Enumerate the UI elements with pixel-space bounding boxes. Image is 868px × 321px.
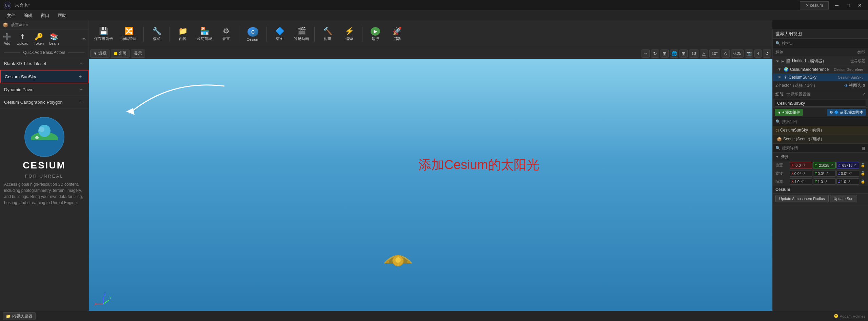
minimize-btn[interactable]: ─ [831, 1, 842, 10]
menu-help[interactable]: 帮助 [54, 11, 71, 20]
rot-y-field[interactable]: Y 0.0° ↺ [813, 170, 836, 177]
pos-z-field[interactable]: Z -63716 ↺ [836, 162, 859, 168]
actor-item-sunsky[interactable]: Cesium SunSky + [0, 70, 88, 83]
compile-btn[interactable]: ⚡ 编译 [339, 26, 359, 43]
perspective-dropdown[interactable]: ▼ 透视 [90, 49, 110, 58]
outliner-search-input[interactable] [782, 41, 865, 46]
scale-y-field[interactable]: Y 1.0 ↺ [813, 178, 836, 185]
outliner-icon-geo: 🌍 [784, 67, 789, 72]
outliner-item-sunsky[interactable]: 👁 ☀ CesiumSunSky CesiumSunSky [773, 74, 868, 81]
comp-instance-item[interactable]: ⬡ CesiumSunSky（实例） [773, 126, 868, 135]
menu-window[interactable]: 窗口 [37, 11, 54, 20]
rotate-icon[interactable]: ↻ [651, 49, 659, 58]
breadcrumb: 📦 放置actor [0, 20, 88, 30]
details-radio-group: 细节 世界场景设置 [775, 92, 811, 97]
learn-btn[interactable]: 📚 Learn [49, 33, 59, 45]
actor-item-polygon[interactable]: Cesium Cartographic Polygon + [0, 96, 88, 108]
statusbar: 📁 内容浏览器 🙂 Addam Holmes [0, 311, 868, 321]
grid-value[interactable]: 10 [689, 49, 698, 58]
breadcrumb-place[interactable]: 放置actor [11, 22, 28, 28]
source-btn[interactable]: 🔀 源码管理 [117, 26, 141, 43]
cesium-tab[interactable]: ✕ cesium [800, 1, 829, 9]
menu-file[interactable]: 文件 [3, 11, 20, 20]
camera-icon[interactable]: 📷 [745, 49, 753, 58]
update-atmosphere-btn[interactable]: Update Atmosphere Radius [775, 195, 829, 202]
settings-btn[interactable]: ⚙ 设置 [216, 26, 236, 43]
add-btn[interactable]: ➕ Add [3, 33, 11, 45]
lighting-btn[interactable]: 光照 [111, 49, 130, 58]
upload-btn[interactable]: ⬆ Upload [17, 33, 28, 45]
blueprint-btn[interactable]: 🔷 蓝图 [270, 26, 290, 43]
mode-btn[interactable]: 🔧 模式 [146, 26, 167, 43]
outliner-item-untitled[interactable]: 👁 ▶ 🎬 Untitled（编辑器） 世界场景 [773, 57, 868, 66]
add-component-btn[interactable]: ▼ + 添加组件 [775, 109, 803, 116]
pos-y-field[interactable]: Y -21025 ↺ [813, 162, 836, 168]
expand-panel-btn[interactable]: » [83, 36, 86, 42]
details-tab[interactable]: 细节 [775, 92, 784, 97]
cesium-details-header: Cesium [773, 186, 868, 194]
eye-icon-untitled[interactable]: 👁 [775, 59, 780, 64]
details-expand-icon[interactable]: ⤢ [862, 92, 865, 97]
lock-rot-icon[interactable]: 🔓 [861, 171, 865, 176]
pos-x-field[interactable]: X -0.0 ↺ [790, 162, 812, 168]
snap-value[interactable]: 4 [754, 49, 762, 58]
transform-icon[interactable]: ↔ [642, 49, 650, 58]
marketplace-btn[interactable]: 🏪 虚幻商城 [194, 26, 215, 43]
content-browser-btn[interactable]: 📁 内容浏览器 [3, 312, 36, 320]
build-btn[interactable]: 🔨 构建 [317, 26, 338, 43]
restore-icon[interactable]: ↺ [763, 49, 771, 58]
outliner-name-sun: CesiumSunSky [789, 75, 831, 80]
svg-point-11 [395, 257, 401, 263]
lock-pos-icon[interactable]: 🔓 [861, 163, 865, 167]
eye-icon-sun[interactable]: 👁 [777, 75, 782, 80]
sun-sky-object [383, 246, 413, 267]
rot-x-field[interactable]: X 0.0° ↺ [790, 170, 812, 177]
viewport-controls-right: ↔ ↻ ⊞ 🌐 ⊞ 10 △ 10° ◇ 0.25 📷 4 ↺ [642, 49, 771, 58]
details-search-input[interactable] [782, 146, 860, 151]
update-sun-btn[interactable]: Update Sun [830, 195, 857, 202]
angle-icon[interactable]: △ [700, 49, 708, 58]
token-btn[interactable]: 🔑 Token [34, 33, 44, 45]
svg-text:Y: Y [109, 296, 112, 300]
scale-icon[interactable]: ⊞ [660, 49, 669, 58]
cesium-action-row: Update Atmosphere Radius Update Sun [773, 194, 868, 204]
outliner-item-georeference[interactable]: 👁 🌍 CesiumGeoreference CesiumGeorefere [773, 66, 868, 74]
scale-x-field[interactable]: X 1.0 ↺ [790, 178, 812, 185]
cesium-btn[interactable]: C Cesium [242, 26, 264, 43]
app-title: 未命名* [15, 2, 800, 8]
rot-z-field[interactable]: Z 0.0° ↺ [836, 170, 859, 177]
menu-edit[interactable]: 编辑 [20, 11, 37, 20]
scale-value[interactable]: 0.25 [731, 49, 744, 58]
actor-name-input[interactable] [775, 100, 866, 107]
eye-icon-geo[interactable]: 👁 [777, 67, 782, 72]
close-btn[interactable]: ✕ [854, 1, 865, 10]
world-icon[interactable]: 🌐 [670, 49, 678, 58]
maximize-btn[interactable]: □ [843, 1, 854, 10]
world-tab[interactable]: 世界场景设置 [786, 92, 811, 97]
actor-item-blank[interactable]: Blank 3D Tiles Tileset + [0, 57, 88, 70]
actor-item-pawn[interactable]: Dynamic Pawn + [0, 83, 88, 96]
cesium-description: Access global high-resolution 3D content… [4, 181, 84, 206]
viewport[interactable]: 添加Cesium的太阳光 X Y Z [89, 59, 772, 311]
grid-toggle[interactable]: ⊞ [679, 49, 688, 58]
outliner-icon-untitled: 🎬 [786, 59, 791, 64]
content-btn[interactable]: 📁 内容 [173, 26, 193, 43]
details-list-icon[interactable]: ▦ [862, 146, 865, 151]
content-browser-icon: 📁 [6, 314, 11, 319]
angle-value[interactable]: 10° [709, 49, 720, 58]
lock-scale-icon[interactable]: 🔒 [861, 179, 865, 184]
lighting-dot [114, 52, 117, 55]
transform-section-header[interactable]: ▼ 变换 [773, 153, 868, 161]
comp-search-input[interactable] [782, 119, 865, 124]
comp-scene-item[interactable]: 📦 Scene (Scene) (继承) [773, 135, 868, 144]
view-options-btn[interactable]: 👁 视图选项 [844, 83, 865, 88]
scale-grid[interactable]: ◇ [722, 49, 730, 58]
run-btn[interactable]: ▶ 运行 [365, 26, 386, 43]
scale-z-field[interactable]: Z 1.0 ↺ [836, 178, 859, 185]
details-search-row: 🔍 ▦ [773, 144, 868, 153]
show-btn[interactable]: 显示 [131, 49, 145, 58]
blueprint-add-btn[interactable]: ⚙ 🔷 蓝图/添加脚本 [827, 109, 866, 116]
animation-btn[interactable]: 🎬 过场动画 [291, 26, 312, 43]
save-btn[interactable]: 💾 保存当前卡 [92, 26, 116, 43]
launch-btn[interactable]: 🚀 启动 [387, 26, 407, 43]
